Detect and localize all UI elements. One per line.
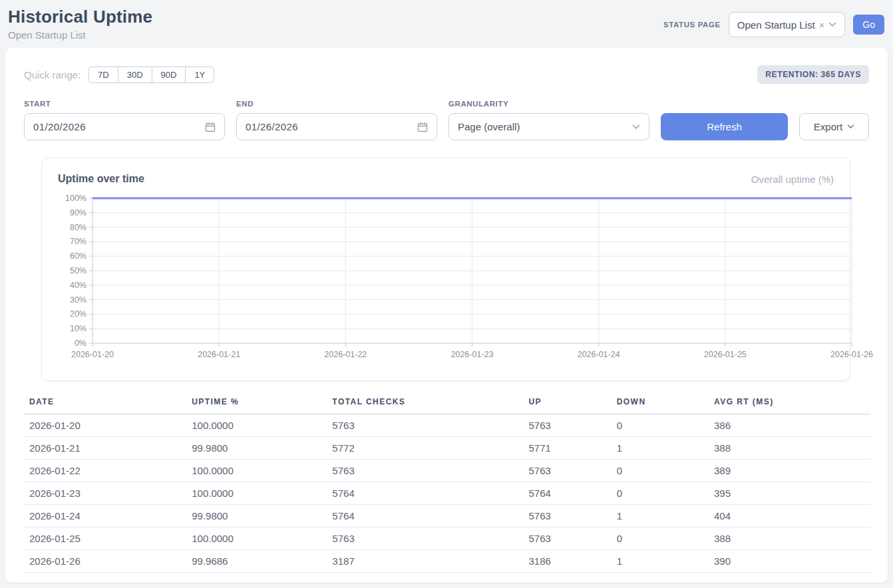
quick-range-group: 7D30D90D1Y (89, 67, 214, 83)
table-row: 2026-01-2699.9686318731861390 (24, 550, 870, 573)
table-cell: 0 (612, 527, 709, 550)
table-cell: 1 (612, 550, 709, 573)
start-date-field-group: START 01/20/2026 (24, 100, 225, 140)
granularity-field-group: GRANULARITY Page (overall) (448, 100, 649, 140)
svg-text:2026-01-23: 2026-01-23 (451, 350, 494, 359)
quick-range-label: Quick range: (24, 69, 81, 80)
calendar-icon[interactable] (417, 122, 428, 132)
chevron-down-icon (828, 22, 836, 27)
table-cell: 5763 (523, 505, 611, 527)
table-cell: 5771 (523, 437, 611, 460)
table-cell: 2026-01-24 (24, 505, 186, 527)
table-cell: 99.9800 (186, 505, 327, 527)
table-cell: 100.0000 (186, 460, 327, 482)
quick-range-90d[interactable]: 90D (152, 67, 186, 83)
svg-text:60%: 60% (70, 251, 87, 261)
table-cell: 0 (612, 414, 709, 437)
filter-fields-row: START 01/20/2026 END 01/26/2026 (24, 100, 869, 140)
refresh-button[interactable]: Refresh (661, 113, 788, 140)
svg-text:2026-01-25: 2026-01-25 (704, 350, 747, 359)
table-cell: 2026-01-23 (24, 482, 186, 505)
table-cell: 3187 (327, 550, 523, 573)
quick-range-7d[interactable]: 7D (89, 67, 118, 83)
calendar-icon[interactable] (205, 122, 216, 132)
chart-legend: Overall uptime (%) (751, 174, 834, 185)
svg-text:20%: 20% (70, 309, 87, 319)
svg-text:2026-01-21: 2026-01-21 (198, 350, 240, 359)
clear-icon[interactable]: × (819, 19, 825, 31)
svg-text:30%: 30% (70, 295, 87, 305)
svg-text:10%: 10% (70, 324, 87, 333)
table-row: 2026-01-22100.0000576357630389 (24, 460, 870, 482)
table-cell: 5763 (327, 414, 523, 437)
table-cell: 0 (612, 460, 709, 482)
end-date-label: END (236, 100, 437, 108)
chart-title: Uptime over time (58, 173, 144, 185)
start-date-label: START (24, 100, 225, 108)
go-button[interactable]: Go (853, 15, 884, 35)
status-page-select[interactable]: Open Startup List × (729, 12, 846, 37)
table-cell: 100.0000 (186, 414, 327, 437)
quick-range-1y[interactable]: 1Y (185, 67, 214, 83)
granularity-label: GRANULARITY (448, 100, 649, 108)
svg-text:100%: 100% (65, 194, 87, 203)
column-header: UP (523, 390, 611, 414)
table-cell: 1 (612, 437, 709, 460)
table-cell: 2026-01-20 (24, 414, 186, 437)
svg-text:90%: 90% (70, 208, 87, 218)
export-button[interactable]: Export (799, 113, 869, 140)
status-page-label: STATUS PAGE (663, 21, 721, 29)
chart-plot-area: 0%10%20%30%40%50%60%70%80%90%100%2026-01… (42, 192, 850, 363)
svg-text:2026-01-20: 2026-01-20 (71, 350, 114, 359)
svg-text:80%: 80% (70, 223, 87, 232)
table-cell: 100.0000 (186, 482, 327, 505)
svg-text:2026-01-24: 2026-01-24 (578, 350, 620, 359)
table-cell: 2026-01-21 (24, 437, 186, 460)
table-cell: 99.9686 (186, 550, 327, 573)
header-controls: STATUS PAGE Open Startup List × Go (663, 12, 884, 37)
table-cell: 5764 (327, 505, 523, 527)
column-header: DOWN (612, 390, 709, 414)
page-header: Historical Uptime Open Startup List STAT… (0, 0, 893, 48)
page-heading: Historical Uptime Open Startup List (8, 7, 152, 41)
table-row: 2026-01-20100.0000576357630386 (24, 414, 870, 437)
table-cell: 386 (709, 414, 870, 437)
start-date-value: 01/20/2026 (33, 121, 86, 132)
table-row: 2026-01-2199.9800577257711388 (24, 437, 870, 460)
table-cell: 5772 (327, 437, 523, 460)
table-cell: 5763 (327, 527, 523, 550)
chevron-down-icon (632, 124, 640, 130)
uptime-table: DATEUPTIME %TOTAL CHECKSUPDOWNAVG RT (MS… (24, 390, 870, 573)
table-cell: 0 (612, 482, 709, 505)
svg-text:2026-01-22: 2026-01-22 (324, 350, 367, 359)
table-cell: 389 (709, 460, 870, 482)
main-panel: Quick range: 7D30D90D1Y RETENTION: 365 D… (5, 48, 888, 583)
column-header: UPTIME % (186, 390, 327, 414)
table-cell: 2026-01-22 (24, 460, 186, 482)
table-cell: 2026-01-26 (24, 550, 186, 573)
start-date-input[interactable]: 01/20/2026 (24, 113, 225, 140)
table-header: DATEUPTIME %TOTAL CHECKSUPDOWNAVG RT (MS… (24, 390, 870, 414)
table-cell: 5763 (523, 527, 611, 550)
page-title: Historical Uptime (8, 7, 152, 27)
table-cell: 2026-01-25 (24, 527, 186, 550)
table-cell: 395 (709, 482, 870, 505)
table-cell: 388 (709, 527, 870, 550)
table-cell: 390 (709, 550, 870, 573)
table-cell: 3186 (523, 550, 611, 573)
table-cell: 388 (709, 437, 870, 460)
table-cell: 5763 (327, 460, 523, 482)
uptime-line-chart: 0%10%20%30%40%50%60%70%80%90%100%2026-01… (58, 192, 872, 363)
table-row: 2026-01-2499.9800576457631404 (24, 505, 870, 527)
granularity-value: Page (overall) (458, 121, 520, 132)
quick-range-row: Quick range: 7D30D90D1Y RETENTION: 365 D… (24, 65, 869, 84)
table-row: 2026-01-23100.0000576457640395 (24, 482, 870, 505)
granularity-select[interactable]: Page (overall) (448, 113, 649, 140)
end-date-input[interactable]: 01/26/2026 (236, 113, 437, 140)
quick-range-30d[interactable]: 30D (118, 67, 152, 83)
svg-text:50%: 50% (70, 266, 87, 275)
column-header: AVG RT (MS) (709, 390, 870, 414)
end-date-value: 01/26/2026 (246, 121, 298, 132)
page-subtitle: Open Startup List (8, 29, 152, 41)
column-header: TOTAL CHECKS (327, 390, 523, 414)
